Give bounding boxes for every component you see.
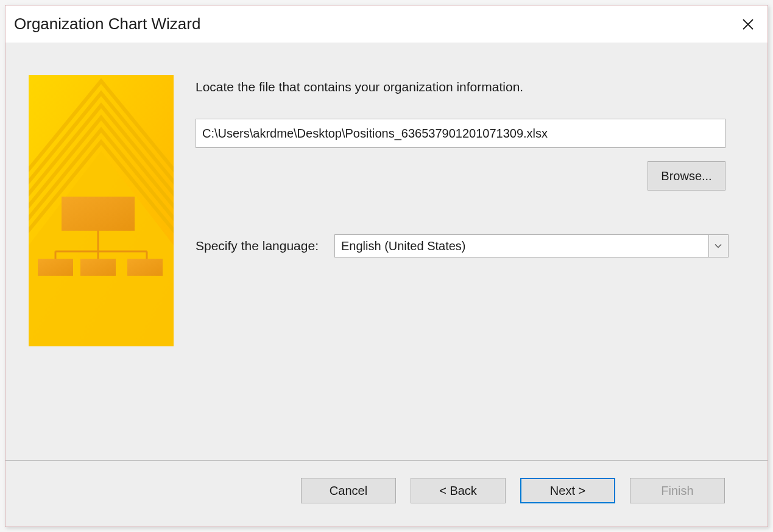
finish-button: Finish xyxy=(630,478,725,503)
language-dropdown-button[interactable] xyxy=(708,235,728,257)
svg-rect-11 xyxy=(80,259,116,276)
close-button[interactable] xyxy=(737,13,759,35)
form-area: Locate the file that contains your organ… xyxy=(196,75,744,460)
chevron-down-icon xyxy=(715,243,722,248)
next-button[interactable]: Next > xyxy=(520,478,615,503)
titlebar: Organization Chart Wizard xyxy=(5,5,768,43)
language-row: Specify the language: English (United St… xyxy=(196,234,744,257)
language-select[interactable]: English (United States) xyxy=(334,234,729,257)
file-path-input[interactable] xyxy=(196,119,725,148)
svg-rect-12 xyxy=(127,259,163,276)
svg-rect-4 xyxy=(62,197,135,231)
browse-row: Browse... xyxy=(196,161,725,191)
wizard-illustration xyxy=(29,75,174,346)
browse-button[interactable]: Browse... xyxy=(648,161,725,191)
language-value: English (United States) xyxy=(335,239,708,253)
dialog-body: Locate the file that contains your organ… xyxy=(5,43,768,527)
footer: Cancel < Back Next > Finish xyxy=(5,460,768,527)
content-area: Locate the file that contains your organ… xyxy=(5,43,768,460)
cancel-button[interactable]: Cancel xyxy=(301,478,396,503)
language-label: Specify the language: xyxy=(196,239,319,253)
instruction-text: Locate the file that contains your organ… xyxy=(196,80,744,94)
svg-rect-10 xyxy=(38,259,73,276)
dialog-title: Organization Chart Wizard xyxy=(14,15,200,33)
close-icon xyxy=(742,18,754,30)
wizard-dialog: Organization Chart Wizard xyxy=(5,5,768,527)
back-button[interactable]: < Back xyxy=(411,478,506,503)
